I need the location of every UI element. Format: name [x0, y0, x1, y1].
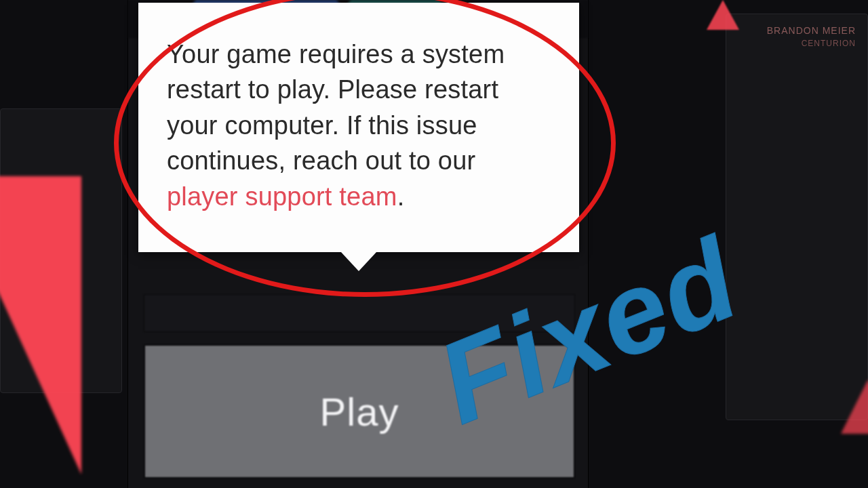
player-identity: BRANDON MEIER CENTURION [767, 24, 856, 49]
bg-accent-left-icon [0, 176, 81, 474]
play-button-label: Play [320, 389, 399, 434]
player-support-link[interactable]: player support team [167, 182, 397, 211]
error-tooltip: Your game requires a system restart to p… [138, 3, 579, 252]
separator-bar [144, 294, 575, 332]
bg-panel-right [726, 14, 868, 420]
error-message-tail: . [397, 182, 405, 211]
bg-accent-bottom-right-icon [841, 380, 868, 434]
bg-accent-top-arrow-icon [707, 0, 739, 30]
player-title-label: CENTURION [767, 38, 856, 49]
player-name-label: BRANDON MEIER [767, 24, 856, 38]
play-button[interactable]: Play [144, 344, 575, 479]
error-message-text: Your game requires a system restart to p… [167, 40, 505, 175]
